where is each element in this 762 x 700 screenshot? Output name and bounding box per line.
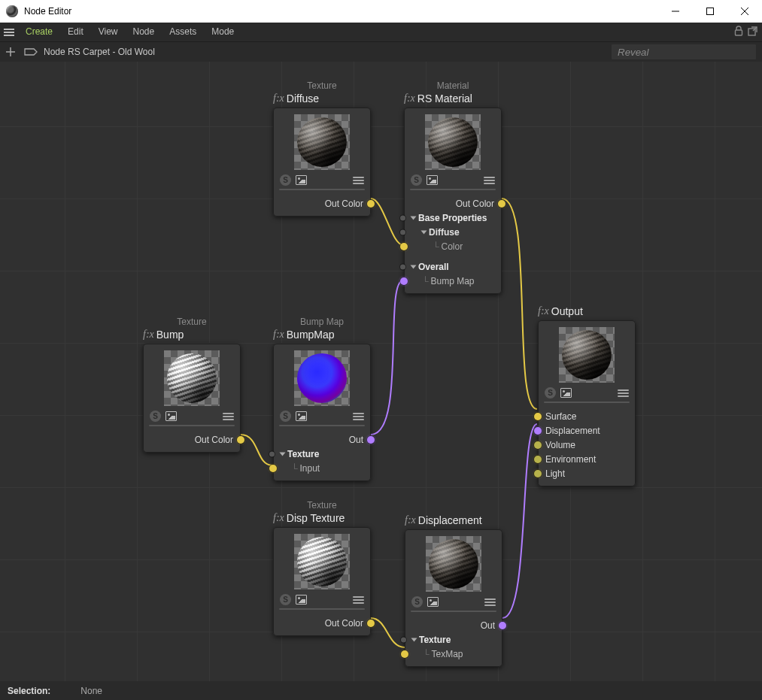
status-bar: Selection: None xyxy=(0,681,762,700)
node-preview xyxy=(294,114,350,170)
image-icon[interactable] xyxy=(560,388,572,398)
solo-icon[interactable]: S xyxy=(280,594,291,605)
menu-create[interactable]: Create xyxy=(18,23,60,41)
group-label: Texture xyxy=(287,449,319,459)
image-icon[interactable] xyxy=(427,175,438,185)
node-title: Bump xyxy=(156,329,184,341)
fx-icon: f:x xyxy=(273,92,284,105)
node-diffuse[interactable]: Texture f:x Diffuse S Out Color xyxy=(273,80,371,217)
node-rs-material[interactable]: Material f:x RS Material S Out Color Bas… xyxy=(404,80,502,294)
window-minimize-button[interactable] xyxy=(658,0,693,23)
node-menu-icon[interactable] xyxy=(353,177,364,184)
in-surface-port[interactable]: Surface xyxy=(538,409,636,423)
popout-icon[interactable] xyxy=(748,26,757,38)
node-bump[interactable]: Texture f:x Bump S Out Color xyxy=(143,317,241,453)
hamburger-menu-icon[interactable] xyxy=(0,23,18,41)
node-preview xyxy=(294,350,350,406)
group-label: Base Properties xyxy=(418,213,487,223)
fx-icon: f:x xyxy=(538,305,549,317)
add-node-button[interactable] xyxy=(5,46,17,58)
solo-icon[interactable]: S xyxy=(411,174,422,186)
fx-icon: f:x xyxy=(143,329,154,341)
node-title: Output xyxy=(551,305,583,317)
in-volume-port[interactable]: Volume xyxy=(538,438,636,452)
node-category: Texture xyxy=(273,80,371,91)
svg-rect-4 xyxy=(736,30,742,35)
image-icon[interactable] xyxy=(427,597,439,607)
in-light-port[interactable]: Light xyxy=(538,466,636,480)
node-displacement[interactable]: f:x Displacement S Out Texture xyxy=(405,514,502,667)
fx-icon: f:x xyxy=(273,329,284,341)
out-color-port[interactable]: Out Color xyxy=(273,616,371,630)
node-output[interactable]: f:x Output S Surface Displacement Volume xyxy=(538,305,636,486)
node-disp-texture[interactable]: Texture f:x Disp Texture S Out Color xyxy=(273,500,371,636)
group-base-properties[interactable]: Base Properties xyxy=(404,211,502,225)
search-input[interactable] xyxy=(612,44,756,59)
solo-icon[interactable]: S xyxy=(411,596,423,608)
node-bumpmap[interactable]: Bump Map f:x BumpMap S Out Texture xyxy=(273,317,371,481)
solo-icon[interactable]: S xyxy=(280,411,291,422)
group-diffuse[interactable]: Diffuse xyxy=(404,225,502,239)
out-port[interactable]: Out xyxy=(273,432,371,447)
node-title: RS Material xyxy=(417,92,472,105)
image-icon[interactable] xyxy=(296,411,307,421)
fx-icon: f:x xyxy=(273,512,284,524)
menu-assets[interactable]: Assets xyxy=(162,23,204,41)
menu-node[interactable]: Node xyxy=(126,23,162,41)
image-icon[interactable] xyxy=(296,595,307,605)
node-menu-icon[interactable] xyxy=(484,177,495,184)
node-menu-icon[interactable] xyxy=(484,598,496,606)
node-preview xyxy=(294,534,350,589)
port-label: Environment xyxy=(545,454,596,465)
solo-icon[interactable]: S xyxy=(150,411,161,422)
window-close-button[interactable] xyxy=(727,0,762,23)
out-color-port[interactable]: Out Color xyxy=(273,196,371,211)
menu-view[interactable]: View xyxy=(91,23,126,41)
elbow-icon: └ xyxy=(433,241,439,252)
image-icon[interactable] xyxy=(165,411,177,421)
node-preview xyxy=(426,536,481,592)
group-label: Diffuse xyxy=(429,227,460,238)
group-texture[interactable]: Texture xyxy=(405,632,502,647)
breadcrumb[interactable]: Node RS Carpet - Old Wool xyxy=(44,47,155,57)
tag-icon xyxy=(24,47,38,57)
port-label: Bump Map xyxy=(431,276,475,286)
node-category: Bump Map xyxy=(273,317,371,327)
out-color-port[interactable]: Out Color xyxy=(404,196,502,211)
node-title: BumpMap xyxy=(287,329,335,341)
node-menu-icon[interactable] xyxy=(353,596,364,604)
port-label: Surface xyxy=(545,411,576,422)
node-graph-canvas[interactable]: Texture f:x Diffuse S Out Color Material xyxy=(0,62,762,681)
window-maximize-button[interactable] xyxy=(693,0,727,23)
menu-mode[interactable]: Mode xyxy=(204,23,241,41)
window-title: Node Editor xyxy=(24,6,71,17)
in-color-port[interactable]: └Color xyxy=(404,239,502,253)
in-input-port[interactable]: └Input xyxy=(273,461,371,475)
node-menu-icon[interactable] xyxy=(353,413,364,420)
elbow-icon: └ xyxy=(422,276,429,286)
node-menu-icon[interactable] xyxy=(223,413,234,420)
menu-edit[interactable]: Edit xyxy=(60,23,91,41)
svg-line-2 xyxy=(741,8,748,15)
group-overall[interactable]: Overall xyxy=(404,259,502,274)
image-icon[interactable] xyxy=(296,175,307,185)
in-texmap-port[interactable]: └TexMap xyxy=(405,647,502,661)
in-environment-port[interactable]: Environment xyxy=(538,452,636,466)
in-displacement-port[interactable]: Displacement xyxy=(538,423,636,438)
lock-icon[interactable] xyxy=(734,26,743,38)
in-bumpmap-port[interactable]: └Bump Map xyxy=(404,274,502,288)
node-menu-icon[interactable] xyxy=(618,389,629,397)
selection-label: Selection: xyxy=(8,686,50,696)
out-color-port[interactable]: Out Color xyxy=(143,432,241,447)
out-port[interactable]: Out xyxy=(405,618,502,632)
port-label: Out xyxy=(349,435,363,445)
port-label: TexMap xyxy=(432,649,463,659)
port-label: Out xyxy=(481,620,495,631)
solo-icon[interactable]: S xyxy=(545,387,556,398)
fx-icon: f:x xyxy=(404,92,415,105)
node-title: Diffuse xyxy=(287,92,319,105)
solo-icon[interactable]: S xyxy=(280,174,291,186)
port-label: Displacement xyxy=(545,426,600,436)
group-texture[interactable]: Texture xyxy=(273,447,371,461)
group-label: Texture xyxy=(419,635,451,645)
